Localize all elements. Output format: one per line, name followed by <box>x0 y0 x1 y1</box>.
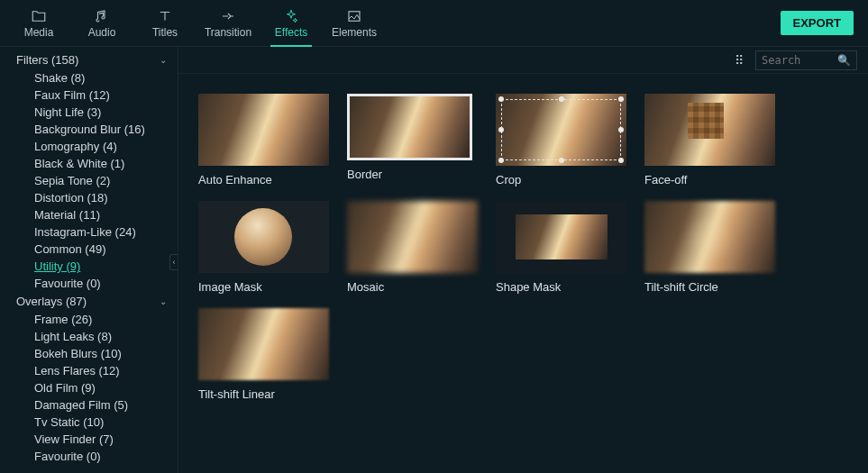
sidebar: Filters (158) ⌄ Shake (8) Faux Film (12)… <box>0 47 178 473</box>
effect-thumb <box>198 94 329 166</box>
image-icon <box>346 8 362 24</box>
effect-faceoff[interactable]: Face-off <box>644 94 775 186</box>
folder-icon <box>31 8 47 24</box>
effect-name: Face-off <box>644 173 775 186</box>
effect-auto-enhance[interactable]: Auto Enhance <box>198 94 329 186</box>
effect-thumb <box>644 94 775 166</box>
sidebar-item-utility[interactable]: Utility (9) <box>0 258 178 275</box>
effect-name: Tilt-shift Linear <box>198 387 329 401</box>
sidebar-item-blackwhite[interactable]: Black & White (1) <box>0 155 178 172</box>
effect-image-mask[interactable]: Image Mask <box>198 201 329 294</box>
sidebar-item-backgroundblur[interactable]: Background Blur (16) <box>0 121 178 138</box>
sidebar-item-bokehblurs[interactable]: Bokeh Blurs (10) <box>0 345 178 362</box>
effect-name: Crop <box>496 173 626 186</box>
sidebar-item-shake[interactable]: Shake (8) <box>0 69 178 86</box>
tab-media[interactable]: Media <box>7 0 70 47</box>
effect-shape-mask[interactable]: Shape Mask <box>496 201 626 294</box>
tab-effects[interactable]: Effects <box>260 0 323 47</box>
sidebar-item-oldfilm[interactable]: Old Film (9) <box>0 379 178 396</box>
music-note-icon <box>94 8 110 24</box>
search-box[interactable]: 🔍 <box>755 50 857 70</box>
tab-audio-label: Audio <box>88 26 116 39</box>
sidebar-item-frame[interactable]: Frame (26) <box>0 311 178 328</box>
effect-name: Tilt-shift Circle <box>644 280 775 294</box>
tab-effects-label: Effects <box>275 26 307 39</box>
sidebar-item-lomography[interactable]: Lomography (4) <box>0 138 178 155</box>
sidebar-item-lensflares[interactable]: Lens Flares (12) <box>0 362 178 379</box>
tab-elements[interactable]: Elements <box>323 0 386 47</box>
effect-name: Mosaic <box>347 280 478 294</box>
sidebar-item-instagram[interactable]: Instagram-Like (24) <box>0 223 178 241</box>
sidebar-collapse-button[interactable]: ‹ <box>169 254 178 270</box>
main-panel: ⠿ 🔍 Auto Enhance Border Crop <box>178 47 868 473</box>
effect-thumb <box>347 201 478 273</box>
sidebar-cat-filters[interactable]: Filters (158) ⌄ <box>0 50 178 69</box>
tab-titles[interactable]: Titles <box>133 0 196 47</box>
chevron-down-icon: ⌄ <box>160 296 167 306</box>
effect-name: Border <box>347 168 478 181</box>
sidebar-item-sepia[interactable]: Sepia Tone (2) <box>0 172 178 189</box>
sparkle-icon <box>283 8 299 24</box>
sidebar-item-filters-favourite[interactable]: Favourite (0) <box>0 275 178 292</box>
tab-transition-label: Transition <box>205 26 251 39</box>
search-icon: 🔍 <box>837 54 851 67</box>
effect-thumb <box>198 308 329 380</box>
sidebar-cat-overlays[interactable]: Overlays (87) ⌄ <box>0 292 178 311</box>
export-button[interactable]: EXPORT <box>781 11 854 35</box>
effect-crop[interactable]: Crop <box>496 94 626 186</box>
sidebar-item-distortion[interactable]: Distortion (18) <box>0 189 178 206</box>
effect-thumb <box>496 201 626 273</box>
search-input[interactable] <box>762 54 836 67</box>
effect-mosaic[interactable]: Mosaic <box>347 201 478 294</box>
transition-icon <box>220 8 236 24</box>
sidebar-item-fauxfilm[interactable]: Faux Film (12) <box>0 86 178 104</box>
sidebar-item-viewfinder[interactable]: View Finder (7) <box>0 431 178 448</box>
sidebar-item-tvstatic[interactable]: Tv Static (10) <box>0 414 178 431</box>
text-icon <box>157 8 173 24</box>
sidebar-item-nightlife[interactable]: Night Life (3) <box>0 104 178 121</box>
sidebar-cat-filters-label: Filters (158) <box>16 53 78 67</box>
effect-name: Shape Mask <box>496 280 626 294</box>
sidebar-item-damagedfilm[interactable]: Damaged Film (5) <box>0 396 178 414</box>
tab-media-label: Media <box>24 26 54 39</box>
chevron-down-icon: ⌄ <box>160 55 167 65</box>
top-tabbar: Media Audio Titles Transition Effects El… <box>0 0 868 47</box>
tab-audio[interactable]: Audio <box>70 0 133 47</box>
effect-thumb <box>496 94 626 166</box>
effect-thumb <box>198 201 329 273</box>
effects-toolbar: ⠿ 🔍 <box>178 47 868 74</box>
effect-border[interactable]: Border <box>347 94 478 186</box>
effect-thumb <box>347 94 472 160</box>
effects-grid: Auto Enhance Border Crop Face-off <box>178 74 868 421</box>
effect-name: Auto Enhance <box>198 173 329 186</box>
sidebar-item-overlays-favourite[interactable]: Favourite (0) <box>0 448 178 465</box>
effect-tilt-circle[interactable]: Tilt-shift Circle <box>644 201 775 294</box>
tab-transition[interactable]: Transition <box>196 0 260 47</box>
sidebar-item-lightleaks[interactable]: Light Leaks (8) <box>0 328 178 345</box>
sidebar-item-common[interactable]: Common (49) <box>0 241 178 258</box>
grid-view-icon[interactable]: ⠿ <box>735 53 745 68</box>
sidebar-cat-overlays-label: Overlays (87) <box>16 295 87 308</box>
effect-thumb <box>644 201 775 273</box>
tab-titles-label: Titles <box>152 26 178 39</box>
effect-tilt-linear[interactable]: Tilt-shift Linear <box>198 308 329 401</box>
tab-elements-label: Elements <box>332 26 377 39</box>
effect-name: Image Mask <box>198 280 329 294</box>
sidebar-item-material[interactable]: Material (11) <box>0 206 178 223</box>
